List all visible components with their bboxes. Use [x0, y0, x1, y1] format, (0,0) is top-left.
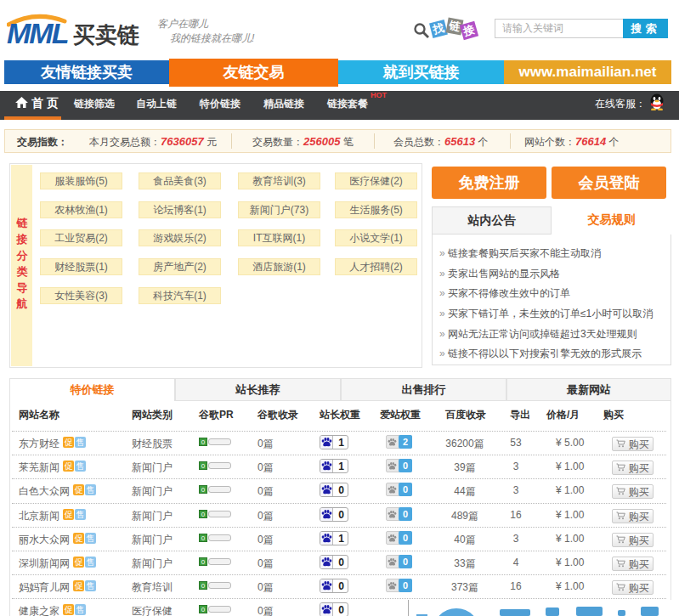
svg-text:MML: MML	[7, 17, 68, 49]
